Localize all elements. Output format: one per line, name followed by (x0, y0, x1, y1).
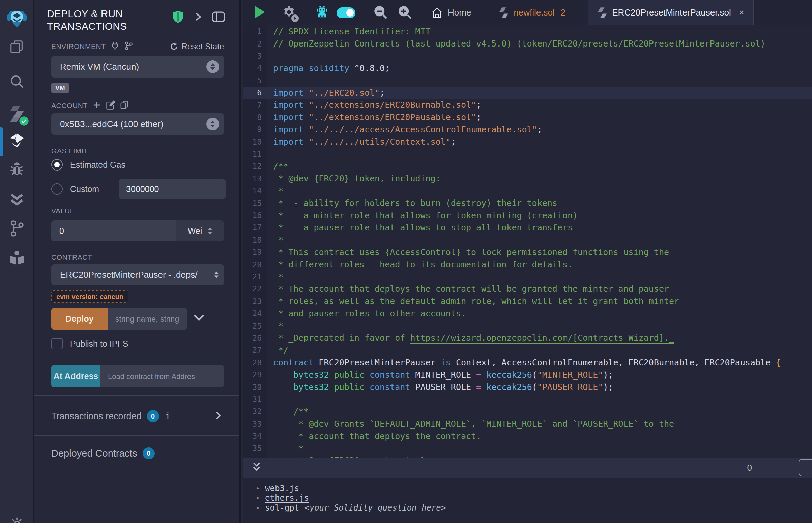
terminal-search-input[interactable] (798, 459, 812, 476)
line-number: 34 (244, 430, 267, 442)
estimated-gas-option[interactable]: Estimated Gas (51, 159, 224, 170)
code-line[interactable]: 18 * (244, 234, 812, 246)
code-editor[interactable]: 1// SPDX-License-Identifier: MIT2// Open… (244, 25, 812, 458)
tab-newfile[interactable]: newfile.sol 2 (490, 0, 574, 25)
zoom-in-icon[interactable] (397, 5, 412, 21)
solidity-compiler-icon[interactable] (0, 105, 34, 123)
code-line[interactable]: 5 (244, 74, 812, 87)
custom-gas-option[interactable]: Custom (51, 179, 224, 199)
ai-copilot-toggle[interactable] (337, 7, 355, 18)
copy-account-icon[interactable] (120, 101, 129, 111)
code-line[interactable]: 26 * _Deprecated in favor of https://wiz… (244, 332, 812, 344)
value-unit-select[interactable]: Wei (176, 220, 224, 241)
unit-spinner-icon (208, 228, 212, 234)
remix-logo-icon[interactable] (0, 8, 34, 28)
tab-erc20presetminterpauser[interactable]: ERC20PresetMinterPauser.sol × (588, 0, 754, 25)
divider (274, 5, 275, 20)
reset-state-label: Reset State (182, 42, 224, 51)
deploy-button[interactable]: Deploy (51, 308, 108, 329)
at-address-input[interactable] (101, 365, 224, 387)
code-line[interactable]: 14 * (244, 185, 812, 197)
custom-gas-radio[interactable] (51, 183, 63, 195)
code-line[interactable]: 11 (244, 148, 812, 160)
estimated-gas-radio[interactable] (51, 159, 63, 170)
learneth-icon[interactable] (0, 249, 34, 266)
chevron-right-icon[interactable] (214, 411, 222, 421)
code-line[interactable]: 28contract ERC20PresetMinterPauser is Co… (244, 357, 812, 369)
code-line[interactable]: 13 * @dev {ERC20} token, including: (244, 173, 812, 185)
file-explorer-icon[interactable] (0, 39, 34, 55)
publish-ipfs-option[interactable]: Publish to IPFS (51, 338, 224, 349)
reset-state-button[interactable]: Reset State (170, 42, 224, 51)
zoom-out-icon[interactable] (373, 5, 388, 21)
code-line[interactable]: 34 * account that deploys the contract. (244, 430, 812, 442)
settings-gear-icon[interactable] (0, 516, 34, 523)
info-icon[interactable]: i (165, 411, 171, 421)
value-input[interactable] (51, 220, 176, 241)
code-line[interactable]: 29 bytes32 public constant MINTER_ROLE =… (244, 369, 812, 381)
deploy-args-input[interactable] (108, 308, 187, 329)
collapse-terminal-icon[interactable] (251, 462, 262, 474)
account-select[interactable]: 0x5B3...eddC4 (100 ether) (51, 113, 224, 135)
code-line[interactable]: 33 * @dev Grants `DEFAULT_ADMIN_ROLE`, `… (244, 418, 812, 430)
custom-gas-input[interactable] (119, 179, 226, 199)
code-line[interactable]: 8import "../extensions/ERC20Pausable.sol… (244, 111, 812, 123)
code-line[interactable]: 25 * (244, 320, 812, 331)
ethersjs-link[interactable]: ethers.js (265, 493, 309, 503)
expand-panel-icon[interactable] (194, 12, 202, 23)
unit-testing-icon[interactable] (0, 191, 34, 208)
code-line[interactable]: 17 * - a pauser role that allows to stop… (244, 221, 812, 234)
code-line[interactable]: 6import "../ERC20.sol"; (244, 87, 812, 99)
plug-icon[interactable] (111, 41, 119, 52)
close-tab-icon[interactable]: × (739, 7, 744, 18)
git-icon[interactable] (0, 220, 34, 237)
script-config-icon[interactable] (282, 5, 296, 21)
tab-home[interactable]: Home (422, 0, 480, 25)
code-line[interactable]: 10import "../../../utils/Context.sol"; (244, 136, 812, 148)
code-line[interactable]: 22 * The account that deploys the contra… (244, 283, 812, 295)
environment-select[interactable]: Remix VM (Cancun) (51, 56, 224, 77)
deploy-run-icon[interactable] (0, 131, 34, 149)
contract-select[interactable]: ERC20PresetMinterPauser - .deps/ (51, 264, 224, 285)
chevron-down-icon[interactable] (193, 314, 205, 324)
code-text: * (267, 235, 283, 245)
divider (305, 0, 306, 25)
code-line[interactable]: 2// OpenZeppelin Contracts (last updated… (244, 37, 812, 50)
code-line[interactable]: 32 /** (244, 405, 812, 417)
code-line[interactable]: 31 (244, 393, 812, 405)
pin-panel-icon[interactable] (212, 11, 225, 24)
add-account-icon[interactable] (92, 101, 101, 111)
terminal[interactable]: • web3.js • ethers.js • sol-gpt <your So… (244, 478, 812, 523)
transactions-recorded-row[interactable]: Transactions recorded 0 i (51, 410, 224, 423)
code-line[interactable]: 36 * See {ERC20-constructor}. (244, 455, 812, 458)
fork-environment-icon[interactable] (124, 41, 134, 52)
code-line[interactable]: 4pragma solidity ^0.8.0; (244, 62, 812, 74)
publish-ipfs-checkbox[interactable] (51, 338, 63, 349)
at-address-row: At Address (51, 365, 224, 387)
code-line[interactable]: 30 bytes32 public constant PAUSER_ROLE =… (244, 381, 812, 393)
account-selected-value: 0x5B3...eddC4 (100 ether) (60, 119, 163, 129)
code-line[interactable]: 24 * and pauser roles to other accounts. (244, 307, 812, 320)
edit-account-icon[interactable] (106, 101, 115, 111)
web3js-link[interactable]: web3.js (265, 484, 299, 493)
run-script-icon[interactable] (253, 5, 266, 21)
code-line[interactable]: 19 * This contract uses {AccessControl} … (244, 246, 812, 258)
code-line[interactable]: 16 * - a minter role that allows for tok… (244, 209, 812, 221)
line-number: 36 (244, 455, 267, 458)
code-line[interactable]: 20 * different roles - head to its docum… (244, 258, 812, 270)
code-line[interactable]: 1// SPDX-License-Identifier: MIT (244, 25, 812, 37)
code-line[interactable]: 21 * (244, 271, 812, 283)
code-line[interactable]: 12/** (244, 160, 812, 172)
search-icon[interactable] (0, 73, 34, 90)
at-address-button[interactable]: At Address (51, 365, 101, 387)
code-line[interactable]: 35 * (244, 442, 812, 454)
code-line[interactable]: 7import "../extensions/ERC20Burnable.sol… (244, 99, 812, 111)
code-line[interactable]: 27 */ (244, 344, 812, 356)
code-line[interactable]: 15 * - ability for holders to burn (dest… (244, 197, 812, 209)
code-line[interactable]: 23 * roles, as well as the default admin… (244, 295, 812, 307)
line-number: 6 (244, 87, 267, 99)
code-line[interactable]: 9import "../../../access/AccessControlEn… (244, 123, 812, 136)
code-line[interactable]: 3 (244, 50, 812, 62)
debugger-icon[interactable] (0, 161, 34, 178)
line-number: 9 (244, 123, 267, 136)
